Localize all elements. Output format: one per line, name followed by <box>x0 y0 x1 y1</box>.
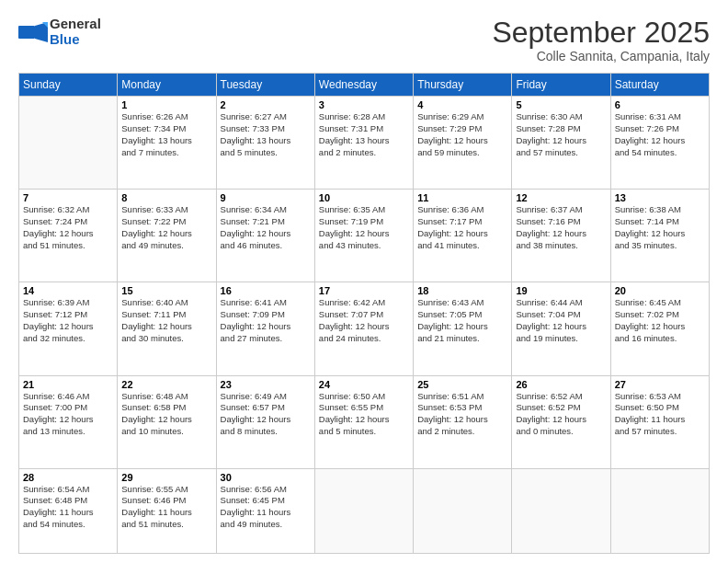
col-monday: Monday <box>118 74 216 97</box>
day-info: Sunrise: 6:51 AMSunset: 6:53 PMDaylight:… <box>417 391 507 438</box>
calendar-cell: 25Sunrise: 6:51 AMSunset: 6:53 PMDayligh… <box>414 375 512 468</box>
day-number: 17 <box>319 285 409 296</box>
calendar-cell: 5Sunrise: 6:30 AMSunset: 7:28 PMDaylight… <box>512 97 610 190</box>
day-number: 1 <box>121 99 211 110</box>
day-number: 12 <box>516 192 606 203</box>
calendar-cell: 27Sunrise: 6:53 AMSunset: 6:50 PMDayligh… <box>610 375 709 468</box>
day-number: 28 <box>23 472 113 483</box>
calendar-cell: 19Sunrise: 6:44 AMSunset: 7:04 PMDayligh… <box>512 282 610 375</box>
day-number: 13 <box>615 192 705 203</box>
day-number: 15 <box>121 285 211 296</box>
col-thursday: Thursday <box>414 74 512 97</box>
calendar-cell: 21Sunrise: 6:46 AMSunset: 7:00 PMDayligh… <box>19 375 118 468</box>
day-number: 6 <box>615 99 705 110</box>
day-info: Sunrise: 6:41 AMSunset: 7:09 PMDaylight:… <box>221 297 311 344</box>
day-number: 14 <box>23 285 113 296</box>
calendar-cell: 17Sunrise: 6:42 AMSunset: 7:07 PMDayligh… <box>314 282 413 375</box>
day-info: Sunrise: 6:35 AMSunset: 7:19 PMDaylight:… <box>319 204 409 251</box>
day-number: 21 <box>23 379 113 390</box>
col-sunday: Sunday <box>19 74 118 97</box>
calendar-cell: 24Sunrise: 6:50 AMSunset: 6:55 PMDayligh… <box>314 375 413 468</box>
calendar-cell: 26Sunrise: 6:52 AMSunset: 6:52 PMDayligh… <box>512 375 610 468</box>
calendar-cell: 30Sunrise: 6:56 AMSunset: 6:45 PMDayligh… <box>216 468 314 553</box>
calendar-cell: 2Sunrise: 6:27 AMSunset: 7:33 PMDaylight… <box>216 97 314 190</box>
day-number: 20 <box>615 285 705 296</box>
day-info: Sunrise: 6:36 AMSunset: 7:17 PMDaylight:… <box>417 204 507 251</box>
day-info: Sunrise: 6:54 AMSunset: 6:48 PMDaylight:… <box>23 484 113 531</box>
day-info: Sunrise: 6:44 AMSunset: 7:04 PMDaylight:… <box>516 297 606 344</box>
col-friday: Friday <box>512 74 610 97</box>
day-number: 2 <box>221 99 311 110</box>
calendar-cell: 3Sunrise: 6:28 AMSunset: 7:31 PMDaylight… <box>314 97 413 190</box>
day-info: Sunrise: 6:29 AMSunset: 7:29 PMDaylight:… <box>417 111 507 158</box>
day-number: 11 <box>417 192 507 203</box>
logo-general: General <box>50 17 101 32</box>
calendar-cell: 23Sunrise: 6:49 AMSunset: 6:57 PMDayligh… <box>216 375 314 468</box>
calendar-cell <box>610 468 709 553</box>
calendar-cell: 29Sunrise: 6:55 AMSunset: 6:46 PMDayligh… <box>118 468 216 553</box>
day-number: 24 <box>319 379 409 390</box>
logo-icon <box>18 22 48 42</box>
day-number: 26 <box>516 379 606 390</box>
day-number: 22 <box>121 379 211 390</box>
day-number: 8 <box>121 192 211 203</box>
calendar-cell <box>414 468 512 553</box>
day-number: 3 <box>319 99 409 110</box>
day-number: 27 <box>615 379 705 390</box>
day-info: Sunrise: 6:26 AMSunset: 7:34 PMDaylight:… <box>121 111 211 158</box>
day-info: Sunrise: 6:39 AMSunset: 7:12 PMDaylight:… <box>23 297 113 344</box>
day-info: Sunrise: 6:40 AMSunset: 7:11 PMDaylight:… <box>121 297 211 344</box>
calendar-cell: 9Sunrise: 6:34 AMSunset: 7:21 PMDaylight… <box>216 190 314 282</box>
title-block: September 2025 Colle Sannita, Campania, … <box>492 17 710 63</box>
logo-blue: Blue <box>50 32 101 48</box>
calendar-cell: 4Sunrise: 6:29 AMSunset: 7:29 PMDaylight… <box>414 97 512 190</box>
day-info: Sunrise: 6:43 AMSunset: 7:05 PMDaylight:… <box>417 297 507 344</box>
day-number: 23 <box>221 379 311 390</box>
day-info: Sunrise: 6:52 AMSunset: 6:52 PMDaylight:… <box>516 391 606 438</box>
day-info: Sunrise: 6:49 AMSunset: 6:57 PMDaylight:… <box>221 391 311 438</box>
day-number: 18 <box>417 285 507 296</box>
day-number: 30 <box>221 472 311 483</box>
day-number: 19 <box>516 285 606 296</box>
calendar-cell: 14Sunrise: 6:39 AMSunset: 7:12 PMDayligh… <box>19 282 118 375</box>
day-info: Sunrise: 6:50 AMSunset: 6:55 PMDaylight:… <box>319 391 409 438</box>
calendar-cell: 28Sunrise: 6:54 AMSunset: 6:48 PMDayligh… <box>19 468 118 553</box>
day-info: Sunrise: 6:55 AMSunset: 6:46 PMDaylight:… <box>121 484 211 531</box>
day-info: Sunrise: 6:53 AMSunset: 6:50 PMDaylight:… <box>615 391 705 438</box>
calendar-header-row: Sunday Monday Tuesday Wednesday Thursday… <box>19 74 710 97</box>
page: General Blue September 2025 Colle Sannit… <box>0 0 728 563</box>
day-info: Sunrise: 6:34 AMSunset: 7:21 PMDaylight:… <box>221 204 311 251</box>
day-info: Sunrise: 6:32 AMSunset: 7:24 PMDaylight:… <box>23 204 113 251</box>
day-info: Sunrise: 6:33 AMSunset: 7:22 PMDaylight:… <box>121 204 211 251</box>
calendar-cell <box>19 97 118 190</box>
calendar-cell: 22Sunrise: 6:48 AMSunset: 6:58 PMDayligh… <box>118 375 216 468</box>
calendar-cell: 16Sunrise: 6:41 AMSunset: 7:09 PMDayligh… <box>216 282 314 375</box>
day-info: Sunrise: 6:45 AMSunset: 7:02 PMDaylight:… <box>615 297 705 344</box>
header: General Blue September 2025 Colle Sannit… <box>18 17 710 63</box>
calendar-cell: 11Sunrise: 6:36 AMSunset: 7:17 PMDayligh… <box>414 190 512 282</box>
day-info: Sunrise: 6:38 AMSunset: 7:14 PMDaylight:… <box>615 204 705 251</box>
col-saturday: Saturday <box>610 74 709 97</box>
day-number: 7 <box>23 192 113 203</box>
day-number: 10 <box>319 192 409 203</box>
day-number: 25 <box>417 379 507 390</box>
calendar-cell: 18Sunrise: 6:43 AMSunset: 7:05 PMDayligh… <box>414 282 512 375</box>
day-number: 9 <box>221 192 311 203</box>
calendar-cell: 13Sunrise: 6:38 AMSunset: 7:14 PMDayligh… <box>610 190 709 282</box>
day-number: 29 <box>121 472 211 483</box>
day-info: Sunrise: 6:37 AMSunset: 7:16 PMDaylight:… <box>516 204 606 251</box>
calendar-cell: 10Sunrise: 6:35 AMSunset: 7:19 PMDayligh… <box>314 190 413 282</box>
calendar-cell: 7Sunrise: 6:32 AMSunset: 7:24 PMDaylight… <box>19 190 118 282</box>
logo: General Blue <box>18 17 101 47</box>
calendar-cell <box>512 468 610 553</box>
calendar-cell: 15Sunrise: 6:40 AMSunset: 7:11 PMDayligh… <box>118 282 216 375</box>
col-wednesday: Wednesday <box>314 74 413 97</box>
day-number: 5 <box>516 99 606 110</box>
day-info: Sunrise: 6:48 AMSunset: 6:58 PMDaylight:… <box>121 391 211 438</box>
month-title: September 2025 <box>492 17 710 49</box>
day-info: Sunrise: 6:27 AMSunset: 7:33 PMDaylight:… <box>221 111 311 158</box>
location: Colle Sannita, Campania, Italy <box>492 49 710 63</box>
calendar-cell: 12Sunrise: 6:37 AMSunset: 7:16 PMDayligh… <box>512 190 610 282</box>
day-info: Sunrise: 6:56 AMSunset: 6:45 PMDaylight:… <box>221 484 311 531</box>
calendar-cell: 6Sunrise: 6:31 AMSunset: 7:26 PMDaylight… <box>610 97 709 190</box>
